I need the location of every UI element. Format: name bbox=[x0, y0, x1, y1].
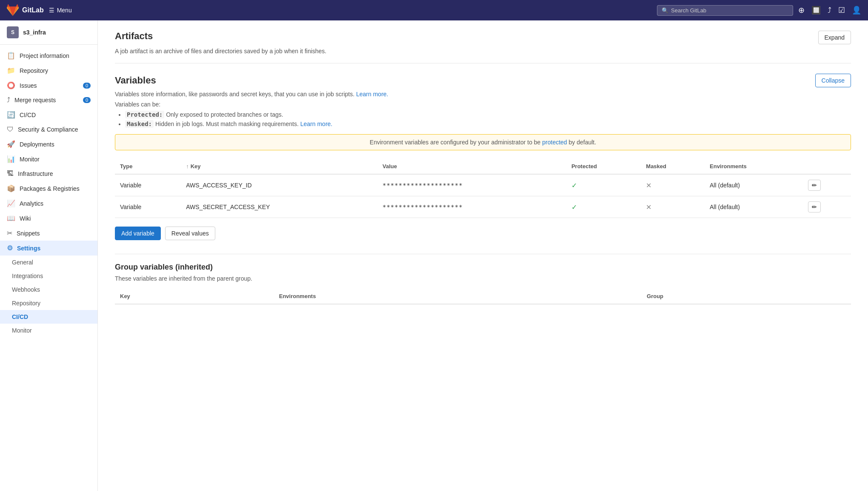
group-col-key: Key bbox=[115, 289, 274, 304]
group-variables-section: Group variables (inherited) These variab… bbox=[115, 263, 851, 304]
topnav-actions: ⊕ 🔲 ⤴ ☑ 👤 bbox=[798, 6, 861, 15]
variables-table: Type ↑ Key Value Protected Masked Enviro… bbox=[115, 159, 851, 218]
sidebar-item-security-compliance[interactable]: 🛡 Security & Compliance bbox=[0, 122, 97, 137]
col-masked: Masked bbox=[641, 159, 705, 174]
packages-icon: 📦 bbox=[7, 184, 15, 192]
reveal-values-button[interactable]: Reveal values bbox=[165, 227, 215, 240]
col-actions bbox=[803, 159, 851, 174]
infrastructure-icon: 🏗 bbox=[7, 170, 14, 178]
gitlab-logo[interactable]: GitLab bbox=[7, 4, 44, 16]
edit-variable-button[interactable]: ✏ bbox=[808, 180, 821, 191]
analytics-icon: 📈 bbox=[7, 199, 15, 207]
variables-header: Variables Collapse bbox=[115, 74, 851, 87]
variables-actions: Add variable Reveal values bbox=[115, 227, 851, 240]
sidebar-item-project-information[interactable]: 📋 Project information bbox=[0, 48, 97, 63]
cell-protected: ✓ bbox=[566, 196, 641, 218]
avatar: S bbox=[7, 26, 19, 38]
cell-edit: ✏ bbox=[803, 196, 851, 218]
settings-icon: ⚙ bbox=[7, 244, 13, 252]
main-content: Artifacts Expand A job artifact is an ar… bbox=[98, 20, 868, 491]
variables-list: Protected: Only exposed to protected bra… bbox=[115, 111, 851, 127]
learn-more-link-2[interactable]: Learn more. bbox=[300, 121, 332, 127]
notice-box: Environment variables are configured by … bbox=[115, 134, 851, 150]
issues-icon[interactable]: 🔲 bbox=[811, 6, 821, 15]
artifacts-description: A job artifact is an archive of files an… bbox=[115, 48, 851, 55]
cell-environments: All (default) bbox=[705, 174, 803, 196]
protected-label: Protected: bbox=[125, 111, 164, 118]
sidebar-item-general[interactable]: General bbox=[0, 256, 97, 269]
cell-value: ******************** bbox=[377, 174, 566, 196]
learn-more-link-1[interactable]: Learn more. bbox=[356, 91, 388, 98]
sidebar-item-analytics[interactable]: 📈 Analytics bbox=[0, 196, 97, 211]
snippets-icon: ✂ bbox=[7, 229, 12, 237]
cell-masked: ✕ bbox=[641, 174, 705, 196]
protected-link[interactable]: protected bbox=[542, 139, 567, 146]
monitor-icon: 📊 bbox=[7, 155, 15, 163]
repository-icon: 📁 bbox=[7, 66, 15, 75]
project-information-icon: 📋 bbox=[7, 52, 15, 60]
sidebar-item-infrastructure[interactable]: 🏗 Infrastructure bbox=[0, 167, 97, 181]
cell-protected: ✓ bbox=[566, 174, 641, 196]
sidebar-item-cicd[interactable]: 🔄 CI/CD bbox=[0, 107, 97, 122]
group-variables-table: Key Environments Group bbox=[115, 289, 851, 304]
protected-item: Protected: Only exposed to protected bra… bbox=[125, 111, 851, 118]
search-bar[interactable]: 🔍 Search GitLab bbox=[657, 5, 793, 16]
sidebar-item-snippets[interactable]: ✂ Snippets bbox=[0, 226, 97, 241]
sidebar-item-monitor-sub[interactable]: Monitor bbox=[0, 324, 97, 337]
cicd-icon: 🔄 bbox=[7, 111, 15, 119]
sidebar-item-settings[interactable]: ⚙ Settings bbox=[0, 241, 97, 256]
collapse-button[interactable]: Collapse bbox=[815, 74, 851, 87]
cell-environments: All (default) bbox=[705, 196, 803, 218]
sidebar-nav: 📋 Project information 📁 Repository ⭕ Iss… bbox=[0, 45, 97, 341]
col-protected: Protected bbox=[566, 159, 641, 174]
masked-x-icon: ✕ bbox=[646, 182, 651, 189]
sidebar-item-merge-requests[interactable]: ⤴ Merge requests 0 bbox=[0, 93, 97, 107]
security-icon: 🛡 bbox=[7, 126, 14, 133]
cell-masked: ✕ bbox=[641, 196, 705, 218]
table-row: Variable AWS_ACCESS_KEY_ID *************… bbox=[115, 174, 851, 196]
cell-edit: ✏ bbox=[803, 174, 851, 196]
artifacts-header: Artifacts Expand bbox=[115, 31, 851, 44]
sidebar-item-packages-registries[interactable]: 📦 Packages & Registries bbox=[0, 181, 97, 196]
merge-requests-icon: ⤴ bbox=[7, 96, 10, 104]
sidebar: S s3_infra 📋 Project information 📁 Repos… bbox=[0, 20, 98, 491]
col-key[interactable]: ↑ Key bbox=[181, 159, 377, 174]
sidebar-item-deployments[interactable]: 🚀 Deployments bbox=[0, 137, 97, 152]
cell-value: ******************** bbox=[377, 196, 566, 218]
sidebar-item-wiki[interactable]: 📖 Wiki bbox=[0, 211, 97, 226]
variables-section: Variables Collapse Variables store infor… bbox=[115, 74, 851, 304]
gitlab-wordmark: GitLab bbox=[22, 6, 44, 14]
group-col-group: Group bbox=[642, 289, 851, 304]
deployments-icon: 🚀 bbox=[7, 140, 15, 148]
table-row: Variable AWS_SECRET_ACCESS_KEY *********… bbox=[115, 196, 851, 218]
wiki-icon: 📖 bbox=[7, 214, 15, 222]
edit-variable-button[interactable]: ✏ bbox=[808, 201, 821, 212]
col-environments: Environments bbox=[705, 159, 803, 174]
expand-button[interactable]: Expand bbox=[818, 31, 851, 44]
project-name: s3_infra bbox=[23, 29, 46, 36]
masked-label: Masked: bbox=[125, 120, 154, 128]
group-col-environments: Environments bbox=[274, 289, 642, 304]
menu-button[interactable]: ☰ Menu bbox=[49, 7, 72, 14]
merge-requests-icon[interactable]: ⤴ bbox=[828, 6, 831, 15]
issues-badge: 0 bbox=[83, 83, 91, 89]
sidebar-item-webhooks[interactable]: Webhooks bbox=[0, 283, 97, 296]
create-new-icon[interactable]: ⊕ bbox=[798, 6, 805, 15]
cell-type: Variable bbox=[115, 174, 181, 196]
protected-check-icon: ✓ bbox=[571, 182, 577, 189]
sidebar-item-repository[interactable]: 📁 Repository bbox=[0, 63, 97, 78]
sidebar-item-issues[interactable]: ⭕ Issues 0 bbox=[0, 78, 97, 93]
user-avatar-icon[interactable]: 👤 bbox=[852, 6, 861, 15]
sidebar-item-repository-sub[interactable]: Repository bbox=[0, 296, 97, 310]
add-variable-button[interactable]: Add variable bbox=[115, 227, 161, 240]
cell-key: AWS_SECRET_ACCESS_KEY bbox=[181, 196, 377, 218]
sidebar-item-monitor[interactable]: 📊 Monitor bbox=[0, 152, 97, 167]
sidebar-item-integrations[interactable]: Integrations bbox=[0, 269, 97, 283]
variables-description: Variables store information, like passwo… bbox=[115, 91, 851, 98]
col-value: Value bbox=[377, 159, 566, 174]
todo-icon[interactable]: ☑ bbox=[838, 6, 845, 15]
artifacts-title: Artifacts bbox=[115, 31, 153, 42]
cell-key: AWS_ACCESS_KEY_ID bbox=[181, 174, 377, 196]
sidebar-item-cicd-sub[interactable]: CI/CD bbox=[0, 310, 97, 324]
group-variables-title: Group variables (inherited) bbox=[115, 263, 851, 272]
